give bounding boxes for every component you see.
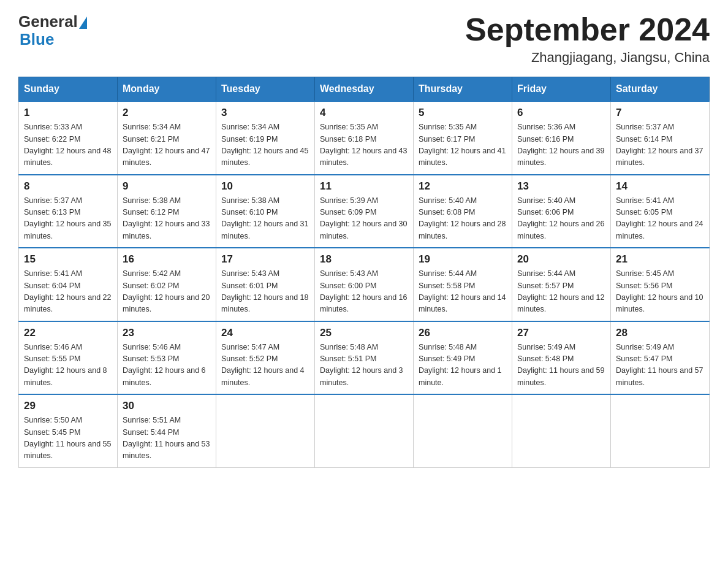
calendar-cell: 13Sunrise: 5:40 AMSunset: 6:06 PMDayligh… <box>512 175 611 248</box>
calendar-cell: 11Sunrise: 5:39 AMSunset: 6:09 PMDayligh… <box>315 175 414 248</box>
calendar-cell: 23Sunrise: 5:46 AMSunset: 5:53 PMDayligh… <box>118 321 216 395</box>
day-number: 3 <box>221 107 309 119</box>
calendar-cell: 3Sunrise: 5:34 AMSunset: 6:19 PMDaylight… <box>216 101 315 175</box>
day-number: 13 <box>517 180 605 193</box>
day-info: Sunrise: 5:35 AMSunset: 6:18 PMDaylight:… <box>320 121 408 169</box>
day-number: 14 <box>616 180 704 193</box>
day-info: Sunrise: 5:36 AMSunset: 6:16 PMDaylight:… <box>517 121 605 169</box>
calendar-table: SundayMondayTuesdayWednesdayThursdayFrid… <box>18 77 710 468</box>
weekday-header-sunday: Sunday <box>19 77 118 102</box>
day-info: Sunrise: 5:45 AMSunset: 5:56 PMDaylight:… <box>616 268 704 316</box>
calendar-cell <box>216 394 315 467</box>
day-info: Sunrise: 5:50 AMSunset: 5:45 PMDaylight:… <box>24 415 112 462</box>
day-info: Sunrise: 5:43 AMSunset: 6:00 PMDaylight:… <box>320 268 408 316</box>
calendar-cell: 30Sunrise: 5:51 AMSunset: 5:44 PMDayligh… <box>118 394 216 467</box>
day-info: Sunrise: 5:41 AMSunset: 6:04 PMDaylight:… <box>24 268 112 316</box>
day-number: 5 <box>419 107 507 119</box>
weekday-header-wednesday: Wednesday <box>315 77 414 102</box>
day-number: 12 <box>419 180 507 193</box>
calendar-cell: 21Sunrise: 5:45 AMSunset: 5:56 PMDayligh… <box>611 248 710 321</box>
day-number: 30 <box>123 400 211 412</box>
day-number: 16 <box>123 253 211 266</box>
day-number: 11 <box>320 180 408 193</box>
calendar-subtitle: Zhangjiagang, Jiangsu, China <box>465 50 710 66</box>
day-info: Sunrise: 5:38 AMSunset: 6:12 PMDaylight:… <box>123 195 211 243</box>
day-info: Sunrise: 5:46 AMSunset: 5:53 PMDaylight:… <box>123 342 211 389</box>
calendar-cell: 22Sunrise: 5:46 AMSunset: 5:55 PMDayligh… <box>19 321 118 395</box>
day-info: Sunrise: 5:51 AMSunset: 5:44 PMDaylight:… <box>123 415 211 462</box>
calendar-cell <box>611 394 710 467</box>
calendar-cell: 15Sunrise: 5:41 AMSunset: 6:04 PMDayligh… <box>19 248 118 321</box>
day-number: 15 <box>24 253 112 266</box>
day-number: 27 <box>517 327 605 339</box>
day-number: 17 <box>221 253 309 266</box>
page-header: General Blue September 2024 Zhangjiagang… <box>18 12 710 66</box>
calendar-cell: 14Sunrise: 5:41 AMSunset: 6:05 PMDayligh… <box>611 175 710 248</box>
weekday-header-thursday: Thursday <box>414 77 512 102</box>
calendar-cell: 10Sunrise: 5:38 AMSunset: 6:10 PMDayligh… <box>216 175 315 248</box>
day-number: 19 <box>419 253 507 266</box>
day-number: 1 <box>24 107 112 119</box>
calendar-cell: 12Sunrise: 5:40 AMSunset: 6:08 PMDayligh… <box>414 175 512 248</box>
calendar-cell: 8Sunrise: 5:37 AMSunset: 6:13 PMDaylight… <box>19 175 118 248</box>
calendar-cell: 27Sunrise: 5:49 AMSunset: 5:48 PMDayligh… <box>512 321 611 395</box>
day-number: 2 <box>123 107 211 119</box>
calendar-cell: 5Sunrise: 5:35 AMSunset: 6:17 PMDaylight… <box>414 101 512 175</box>
title-block: September 2024 Zhangjiagang, Jiangsu, Ch… <box>465 12 710 66</box>
calendar-cell: 26Sunrise: 5:48 AMSunset: 5:49 PMDayligh… <box>414 321 512 395</box>
calendar-week-4: 22Sunrise: 5:46 AMSunset: 5:55 PMDayligh… <box>19 321 710 395</box>
day-number: 8 <box>24 180 112 193</box>
day-info: Sunrise: 5:42 AMSunset: 6:02 PMDaylight:… <box>123 268 211 316</box>
day-number: 20 <box>517 253 605 266</box>
calendar-cell: 2Sunrise: 5:34 AMSunset: 6:21 PMDaylight… <box>118 101 216 175</box>
calendar-cell: 6Sunrise: 5:36 AMSunset: 6:16 PMDaylight… <box>512 101 611 175</box>
calendar-cell: 9Sunrise: 5:38 AMSunset: 6:12 PMDaylight… <box>118 175 216 248</box>
logo: General Blue <box>18 12 87 49</box>
day-number: 22 <box>24 327 112 339</box>
calendar-cell: 16Sunrise: 5:42 AMSunset: 6:02 PMDayligh… <box>118 248 216 321</box>
day-number: 10 <box>221 180 309 193</box>
day-info: Sunrise: 5:44 AMSunset: 5:58 PMDaylight:… <box>419 268 507 316</box>
calendar-cell: 28Sunrise: 5:49 AMSunset: 5:47 PMDayligh… <box>611 321 710 395</box>
day-number: 23 <box>123 327 211 339</box>
weekday-header-tuesday: Tuesday <box>216 77 315 102</box>
weekday-header-saturday: Saturday <box>611 77 710 102</box>
day-info: Sunrise: 5:38 AMSunset: 6:10 PMDaylight:… <box>221 195 309 243</box>
day-info: Sunrise: 5:39 AMSunset: 6:09 PMDaylight:… <box>320 195 408 243</box>
day-info: Sunrise: 5:35 AMSunset: 6:17 PMDaylight:… <box>419 121 507 169</box>
day-info: Sunrise: 5:46 AMSunset: 5:55 PMDaylight:… <box>24 342 112 389</box>
calendar-cell: 25Sunrise: 5:48 AMSunset: 5:51 PMDayligh… <box>315 321 414 395</box>
day-info: Sunrise: 5:37 AMSunset: 6:13 PMDaylight:… <box>24 195 112 243</box>
calendar-week-2: 8Sunrise: 5:37 AMSunset: 6:13 PMDaylight… <box>19 175 710 248</box>
calendar-cell: 7Sunrise: 5:37 AMSunset: 6:14 PMDaylight… <box>611 101 710 175</box>
day-number: 4 <box>320 107 408 119</box>
day-number: 7 <box>616 107 704 119</box>
day-info: Sunrise: 5:41 AMSunset: 6:05 PMDaylight:… <box>616 195 704 243</box>
calendar-title: September 2024 <box>465 12 710 47</box>
calendar-cell: 29Sunrise: 5:50 AMSunset: 5:45 PMDayligh… <box>19 394 118 467</box>
day-number: 6 <box>517 107 605 119</box>
calendar-cell <box>315 394 414 467</box>
day-info: Sunrise: 5:34 AMSunset: 6:19 PMDaylight:… <box>221 121 309 169</box>
day-info: Sunrise: 5:40 AMSunset: 6:08 PMDaylight:… <box>419 195 507 243</box>
day-info: Sunrise: 5:48 AMSunset: 5:49 PMDaylight:… <box>419 342 507 389</box>
calendar-cell: 19Sunrise: 5:44 AMSunset: 5:58 PMDayligh… <box>414 248 512 321</box>
calendar-cell: 17Sunrise: 5:43 AMSunset: 6:01 PMDayligh… <box>216 248 315 321</box>
calendar-week-1: 1Sunrise: 5:33 AMSunset: 6:22 PMDaylight… <box>19 101 710 175</box>
calendar-cell: 20Sunrise: 5:44 AMSunset: 5:57 PMDayligh… <box>512 248 611 321</box>
day-info: Sunrise: 5:37 AMSunset: 6:14 PMDaylight:… <box>616 121 704 169</box>
calendar-cell: 18Sunrise: 5:43 AMSunset: 6:00 PMDayligh… <box>315 248 414 321</box>
weekday-header-friday: Friday <box>512 77 611 102</box>
calendar-week-3: 15Sunrise: 5:41 AMSunset: 6:04 PMDayligh… <box>19 248 710 321</box>
calendar-cell <box>414 394 512 467</box>
logo-blue-text: Blue <box>20 30 54 48</box>
day-info: Sunrise: 5:33 AMSunset: 6:22 PMDaylight:… <box>24 121 112 169</box>
day-number: 26 <box>419 327 507 339</box>
day-info: Sunrise: 5:49 AMSunset: 5:47 PMDaylight:… <box>616 342 704 389</box>
day-number: 25 <box>320 327 408 339</box>
logo-block: General Blue <box>18 12 87 49</box>
day-number: 18 <box>320 253 408 266</box>
day-info: Sunrise: 5:49 AMSunset: 5:48 PMDaylight:… <box>517 342 605 389</box>
calendar-cell: 4Sunrise: 5:35 AMSunset: 6:18 PMDaylight… <box>315 101 414 175</box>
day-number: 9 <box>123 180 211 193</box>
